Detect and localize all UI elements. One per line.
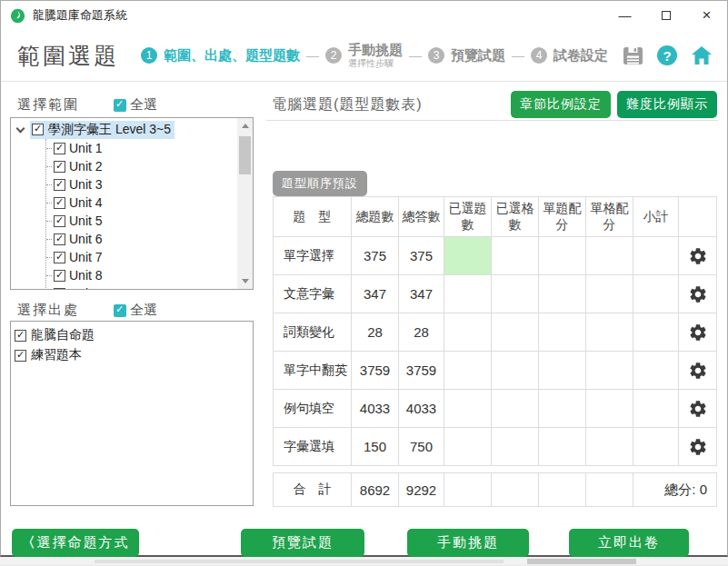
checkbox-checked-icon[interactable]: [54, 161, 65, 173]
scroll-down-icon[interactable]: [242, 279, 249, 283]
total-score-value: 0: [700, 482, 707, 497]
chevron-left-icon: 〈: [22, 534, 35, 550]
points-question-cell[interactable]: [539, 428, 586, 466]
tree-node-unit-3[interactable]: Unit 3: [46, 175, 253, 194]
points-blank-cell[interactable]: [586, 275, 633, 313]
points-question-cell[interactable]: [539, 352, 586, 390]
points-question-cell[interactable]: [539, 275, 586, 313]
checkbox-checked-icon[interactable]: [54, 252, 65, 263]
col-points-per-blank: 單格配分: [586, 197, 633, 237]
points-blank-cell[interactable]: [586, 390, 633, 428]
checkbox-checked-icon[interactable]: [54, 288, 65, 291]
row-settings-button[interactable]: [679, 313, 717, 352]
points-question-cell[interactable]: [539, 313, 586, 352]
step-4-badge: 4: [531, 47, 547, 64]
checkbox-checked-icon[interactable]: [54, 197, 65, 209]
source-section-title: 選擇出處: [17, 302, 79, 319]
points-blank-cell[interactable]: [586, 313, 633, 352]
points-question-cell[interactable]: [539, 390, 586, 428]
tree-node-unit-6[interactable]: Unit 6: [46, 230, 253, 248]
chapter-ratio-button[interactable]: 章節比例設定: [511, 91, 611, 118]
question-order-preset-button[interactable]: 題型順序預設: [273, 171, 367, 196]
selected-blanks-cell[interactable]: [492, 237, 539, 275]
checkbox-checked-icon[interactable]: [54, 215, 65, 227]
save-button[interactable]: [623, 46, 643, 65]
tree-node-unit-9[interactable]: Unit 9: [46, 284, 253, 290]
tree-node-unit-4[interactable]: Unit 4: [46, 194, 253, 212]
totals-points-blank: [586, 473, 633, 507]
points-blank-cell[interactable]: [586, 352, 633, 390]
home-button[interactable]: [691, 45, 713, 65]
col-type: 題 型: [274, 197, 352, 237]
selected-blanks-cell[interactable]: [492, 428, 539, 466]
row-settings-button[interactable]: [679, 428, 717, 466]
back-to-method-button[interactable]: 〈選擇命題方式: [12, 529, 139, 557]
generate-exam-button[interactable]: 立即出卷: [569, 529, 689, 557]
source-item-workbook[interactable]: 練習題本: [15, 345, 253, 365]
gear-icon: [688, 399, 708, 419]
source-select-all[interactable]: 全選: [114, 302, 157, 319]
tree-node-unit-7[interactable]: Unit 7: [46, 248, 253, 266]
manual-pick-button[interactable]: 手動挑題: [407, 529, 529, 557]
header-icons: ?: [623, 45, 713, 65]
tree-node-label: Unit 2: [69, 159, 103, 174]
selected-blanks-cell[interactable]: [492, 275, 539, 313]
range-select-all[interactable]: 全選: [114, 96, 157, 114]
chevron-down-icon[interactable]: [16, 124, 25, 133]
points-question-cell[interactable]: [539, 237, 586, 275]
tree-node-book-selected[interactable]: 學測字彙王 Level 3~5: [30, 121, 175, 139]
tree-node-book[interactable]: 學測字彙王 Level 3~5: [15, 120, 253, 139]
table-row: 文意字彙 347 347: [274, 275, 717, 313]
background-window-strip: [0, 557, 728, 565]
checkbox-checked-icon[interactable]: [54, 233, 65, 245]
maximize-icon: [662, 11, 671, 20]
checkbox-checked-icon[interactable]: [54, 179, 65, 191]
scrollbar-thumb[interactable]: [239, 136, 251, 174]
tree-node-unit-2[interactable]: Unit 2: [46, 157, 253, 175]
difficulty-ratio-button[interactable]: 難度比例顯示: [617, 91, 717, 118]
row-settings-button[interactable]: [679, 390, 717, 428]
close-button[interactable]: ×: [686, 1, 727, 30]
points-blank-cell[interactable]: [586, 428, 633, 466]
tree-scrollbar[interactable]: [237, 118, 253, 289]
selected-blanks-cell[interactable]: [492, 390, 539, 428]
help-icon: ?: [657, 45, 677, 65]
preview-questions-button[interactable]: 預覽試題: [241, 529, 364, 557]
selected-questions-cell[interactable]: [444, 275, 492, 313]
tree-node-unit-1[interactable]: Unit 1: [46, 139, 253, 157]
maximize-button[interactable]: [645, 1, 686, 30]
tree-node-label: Unit 7: [69, 250, 103, 264]
gear-icon: [688, 323, 708, 343]
checkbox-checked-icon[interactable]: [32, 124, 44, 135]
checkbox-checked-icon[interactable]: [54, 270, 65, 282]
checkbox-checked-icon[interactable]: [54, 143, 65, 154]
help-button[interactable]: ?: [657, 45, 677, 65]
row-total: 28: [352, 313, 399, 352]
ratio-buttons: 章節比例設定 難度比例顯示: [511, 91, 717, 118]
selected-questions-cell[interactable]: [444, 237, 492, 275]
tree-node-label: Unit 9: [69, 286, 103, 290]
source-item-selfmade[interactable]: 龍騰自命題: [15, 325, 253, 345]
app-logo-icon: [10, 8, 25, 24]
checkbox-checked-icon[interactable]: [15, 350, 26, 362]
points-blank-cell[interactable]: [586, 237, 633, 275]
selected-questions-cell[interactable]: [444, 313, 492, 352]
row-type-label: 詞類變化: [274, 313, 352, 352]
row-settings-button[interactable]: [679, 237, 717, 275]
tree-node-unit-8[interactable]: Unit 8: [46, 266, 253, 284]
selected-questions-cell[interactable]: [444, 428, 492, 466]
selected-questions-cell[interactable]: [444, 390, 492, 428]
row-answers: 750: [399, 428, 444, 466]
selected-questions-cell[interactable]: [444, 352, 492, 390]
home-icon: [691, 45, 713, 65]
selected-blanks-cell[interactable]: [492, 313, 539, 352]
tree-node-unit-5[interactable]: Unit 5: [46, 212, 253, 230]
row-total: 150: [352, 428, 399, 466]
row-settings-button[interactable]: [679, 275, 717, 313]
row-type-label: 例句填空: [274, 390, 352, 428]
scroll-up-icon[interactable]: [242, 124, 249, 128]
checkbox-checked-icon[interactable]: [15, 330, 26, 342]
row-settings-button[interactable]: [679, 352, 717, 390]
minimize-button[interactable]: —: [604, 1, 645, 30]
selected-blanks-cell[interactable]: [492, 352, 539, 390]
